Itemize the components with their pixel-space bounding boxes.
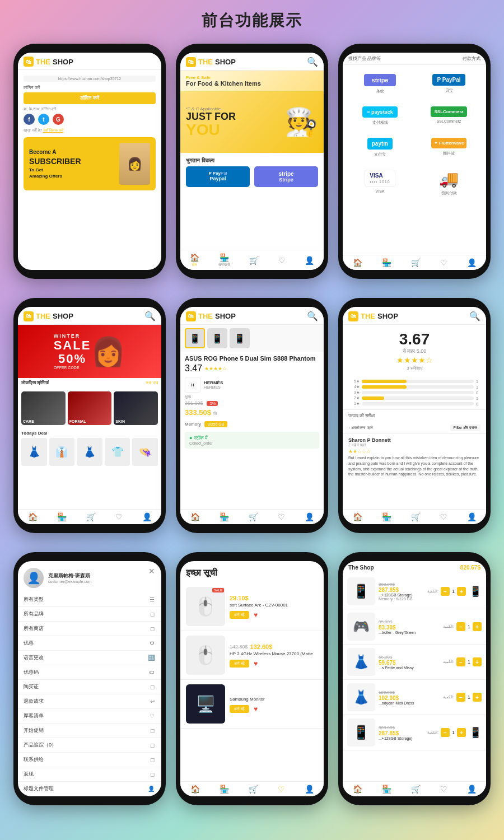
menu-promotions[interactable]: 开始促销 ◻ xyxy=(18,724,161,738)
payment-method-sslcommerz[interactable]: SSLCommerz SSLCommerz xyxy=(416,102,482,130)
nav-cart-3[interactable]: 🛒 xyxy=(411,258,421,267)
nav-home-3[interactable]: 🏠 xyxy=(353,258,362,267)
category-formal[interactable]: FORMAL xyxy=(68,391,112,425)
payment-method-cod[interactable]: 🚚 货到付款 xyxy=(416,165,482,200)
qty-minus-5[interactable]: − xyxy=(441,728,450,737)
nav-profile-8[interactable]: 👤 xyxy=(305,785,314,794)
nav-shop-6[interactable]: 🏪 xyxy=(382,512,391,521)
menu-language[interactable]: 语言更改 🔠 xyxy=(18,651,161,665)
see-all-btn[interactable]: सभी देखें xyxy=(146,381,158,385)
menu-tracking[interactable]: 产品追踪（0） ◻ xyxy=(18,738,161,753)
thumb-1[interactable]: 📱 xyxy=(185,328,205,348)
menu-buy-proof[interactable]: 陶买证 ◻ xyxy=(18,680,161,694)
nav-shop-4[interactable]: 🏪 xyxy=(57,512,67,521)
nav-profile-5[interactable]: 👤 xyxy=(305,512,314,521)
twitter-icon[interactable]: t xyxy=(38,114,49,125)
nav-cart-5[interactable]: 🛒 xyxy=(249,512,258,521)
thumb-3[interactable]: 📱 xyxy=(230,328,250,348)
menu-offers[interactable]: 优惠 ⚙ xyxy=(18,636,161,651)
search-icon-5[interactable]: 🔍 xyxy=(307,311,318,321)
nav-home-9[interactable]: 🏠 xyxy=(353,785,362,794)
nav-cart-9[interactable]: 🛒 xyxy=(411,785,421,794)
nav-cart-8[interactable]: 🛒 xyxy=(249,785,258,794)
nav-wish-3[interactable]: ♡ xyxy=(440,258,447,267)
menu-all-brands[interactable]: 所有品牌 ◻ xyxy=(18,607,161,622)
qty-plus-5[interactable]: + xyxy=(457,728,466,737)
nav-wish-8[interactable]: ♡ xyxy=(278,785,285,794)
nav-profile-2[interactable]: 👤 xyxy=(305,256,314,265)
product-item-4[interactable]: 👕 xyxy=(105,438,130,467)
nav-wish-9[interactable]: ♡ xyxy=(440,785,447,794)
nav-profile-9[interactable]: 👤 xyxy=(467,785,477,794)
menu-all-shops[interactable]: 所有商店 ◻ xyxy=(18,622,161,636)
menu-refund[interactable]: 退款请求 ↩ xyxy=(18,694,161,709)
login-button[interactable]: लॉगिन करें xyxy=(24,92,156,104)
add-to-cart-btn-1[interactable]: आगे बढ़ें xyxy=(230,611,249,619)
nav-shop-2[interactable]: 🏪खरीदारी xyxy=(218,253,230,267)
nav-home-5[interactable]: 🏠 xyxy=(190,512,200,521)
nav-home-2[interactable]: 🏠होम xyxy=(190,253,199,267)
qty-minus-4[interactable]: − xyxy=(456,693,465,702)
nav-profile-3[interactable]: 👤 xyxy=(467,258,477,267)
payment-method-stripe[interactable]: stripe 条纹 xyxy=(347,69,413,99)
product-rating: 3.47 ★★★★☆ xyxy=(180,363,324,376)
product-item-1[interactable]: 👗 xyxy=(21,438,47,467)
payment-method-paystack[interactable]: ≡ paystack 支付栈线 xyxy=(347,102,413,130)
category-skin[interactable]: SKIN xyxy=(114,391,158,425)
cart-product-image-1: 📱 xyxy=(469,585,482,598)
search-icon-2[interactable]: 🔍 xyxy=(307,57,318,67)
nav-wish-6[interactable]: ♡ xyxy=(440,512,447,521)
search-icon-6[interactable]: 🔍 xyxy=(469,311,480,321)
remove-wish-btn-2[interactable]: ♥ xyxy=(254,660,258,668)
payment-method-paypal[interactable]: P PayPal 贝宝 xyxy=(416,69,482,99)
remove-wish-btn-3[interactable]: ♥ xyxy=(254,705,258,713)
nav-profile-4[interactable]: 👤 xyxy=(142,512,152,521)
nav-cart-4[interactable]: 🛒 xyxy=(86,512,96,521)
stripe-button[interactable]: stripe Stripe xyxy=(254,166,318,187)
qty-minus-3[interactable]: − xyxy=(456,657,465,666)
payment-method-flutterwave[interactable]: ✦ Flutterwave 颤抖波 xyxy=(416,133,482,162)
payment-method-paytm[interactable]: paytm 支付宝 xyxy=(347,133,413,162)
qty-minus-1[interactable]: − xyxy=(441,587,450,596)
qty-plus-4[interactable]: + xyxy=(473,693,482,702)
qty-plus-1[interactable]: + xyxy=(457,587,466,596)
add-to-cart-btn-2[interactable]: आगे बढ़ें xyxy=(230,660,249,668)
qty-plus-3[interactable]: + xyxy=(473,657,482,666)
nav-cart-6[interactable]: 🛒 xyxy=(411,512,421,521)
nav-shop-3[interactable]: 🏪 xyxy=(382,258,391,267)
nav-wish-4[interactable]: ♡ xyxy=(115,512,123,521)
product-item-3[interactable]: 👗 xyxy=(77,438,102,467)
category-care[interactable]: CARE xyxy=(21,391,66,425)
nav-wishlist-2[interactable]: ♡ xyxy=(278,256,286,265)
menu-contact[interactable]: 联系供给 ◻ xyxy=(18,753,161,767)
product-item-2[interactable]: 👔 xyxy=(49,438,75,467)
nav-shop-5[interactable]: 🏪 xyxy=(220,512,229,521)
google-icon[interactable]: G xyxy=(53,114,64,125)
search-icon-4[interactable]: 🔍 xyxy=(144,311,156,321)
remove-wish-btn-1[interactable]: ♥ xyxy=(254,611,258,619)
add-to-cart-btn-3[interactable]: आगे बढ़ें xyxy=(230,705,249,713)
nav-shop-8[interactable]: 🏪 xyxy=(220,785,229,794)
product-item-5[interactable]: 👒 xyxy=(132,438,158,467)
menu-coupon[interactable]: 优惠码 🏷 xyxy=(18,665,161,680)
qty-minus-2[interactable]: − xyxy=(456,622,465,631)
menu-docs[interactable]: 标题文件管理 👤 xyxy=(18,782,161,796)
menu-cashback[interactable]: 返现 ◻ xyxy=(18,767,161,782)
nav-home-4[interactable]: 🏠 xyxy=(28,512,38,521)
nav-home-8[interactable]: 🏠 xyxy=(190,785,200,794)
nav-cart-2[interactable]: 🛒 xyxy=(249,256,259,265)
paypal-button[interactable]: P PayPal Paypal xyxy=(186,166,250,187)
facebook-icon[interactable]: f xyxy=(24,114,35,125)
menu-wishlist[interactable]: 厚客清单 ♡ xyxy=(18,709,161,724)
nav-profile-6[interactable]: 👤 xyxy=(467,512,477,521)
nav-home-6[interactable]: 🏠 xyxy=(353,512,362,521)
filter-button[interactable]: Filtar और दराज xyxy=(450,424,480,431)
register-link[interactable]: यहाँ क्लिक करें xyxy=(43,128,63,132)
close-icon[interactable]: × xyxy=(148,566,155,577)
payment-method-visa[interactable]: VISA •••• 1010 VISA xyxy=(347,165,413,200)
qty-plus-2[interactable]: + xyxy=(473,622,482,631)
nav-wish-5[interactable]: ♡ xyxy=(278,512,285,521)
nav-shop-9[interactable]: 🏪 xyxy=(382,785,391,794)
thumb-2[interactable]: 📱 xyxy=(207,328,227,348)
menu-all-types[interactable]: 所有类型 ☰ xyxy=(18,592,161,607)
